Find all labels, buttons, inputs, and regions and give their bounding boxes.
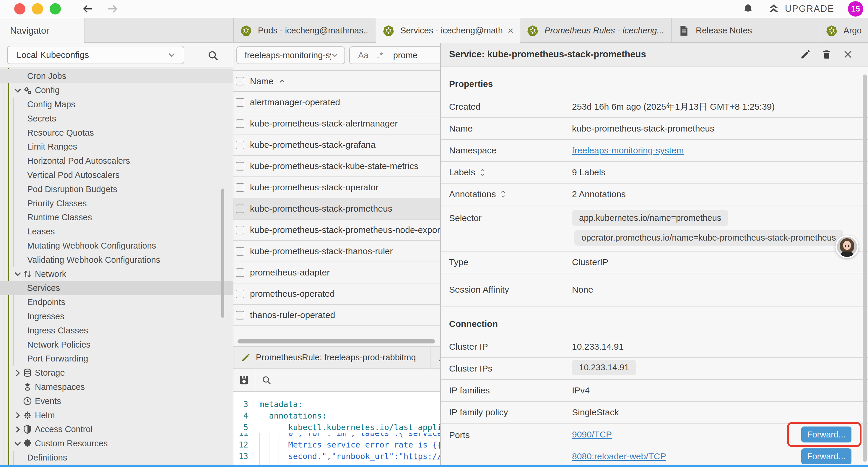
sidebar-item-namespaces[interactable]: Namespaces (0, 380, 233, 394)
table-row-8[interactable]: prometheus-adapter (234, 262, 440, 284)
sidebar-item-vertical-pod-autoscalers[interactable]: Vertical Pod Autoscalers (0, 168, 233, 182)
expand-collapse-icon[interactable] (500, 190, 506, 199)
sidebar-search-icon[interactable] (207, 49, 219, 62)
sidebar-item-custom-resources[interactable]: Custom Resources (0, 437, 233, 451)
sidebar-item-port-forwarding[interactable]: Port Forwarding (0, 352, 233, 366)
back-arrow-icon[interactable] (82, 3, 94, 15)
yaml-editor[interactable]: 3metadata:4annotations:5kubectl.kubernet… (234, 392, 440, 465)
tab-navigator[interactable]: Navigator (0, 18, 85, 43)
selector-chip[interactable]: operator.prometheus.io/name=kube-prometh… (574, 230, 843, 245)
edit-button[interactable] (800, 49, 811, 60)
expand-collapse-icon[interactable] (479, 168, 486, 177)
match-case-toggle[interactable]: Aa (358, 51, 368, 60)
sidebar-item-helm[interactable]: Helm (0, 408, 233, 422)
sidebar-item-ingresses[interactable]: Ingresses (0, 310, 233, 324)
table-row-4[interactable]: kube-prometheus-stack-operator (234, 177, 440, 198)
row-checkbox[interactable] (236, 162, 244, 171)
sidebar-item-validating-webhook-configurations[interactable]: Validating Webhook Configurations (0, 253, 233, 267)
chevron-right-icon[interactable] (13, 369, 23, 377)
row-checkbox[interactable] (236, 141, 244, 149)
close-window-button[interactable] (14, 3, 25, 14)
resource-search-input[interactable]: Aa .* prome (349, 47, 440, 64)
table-row-0[interactable]: alertmanager-operated (234, 92, 440, 113)
table-row-3[interactable]: kube-prometheus-stack-kube-state-metrics (234, 156, 440, 177)
delete-button[interactable] (821, 49, 832, 60)
close-button[interactable] (843, 49, 853, 60)
zoom-window-button[interactable] (50, 3, 61, 14)
bell-icon[interactable] (742, 3, 754, 15)
close-tab-icon[interactable]: × (507, 25, 514, 36)
sidebar-scrollbar-thumb[interactable] (221, 188, 224, 318)
sidebar-item-events[interactable]: Events (0, 394, 233, 408)
upgrade-button[interactable]: UPGRADE (767, 3, 834, 15)
user-avatar[interactable] (836, 235, 859, 258)
minimize-window-button[interactable] (32, 3, 43, 14)
sidebar-item-services[interactable]: Services (0, 281, 233, 295)
sidebar-item-resource-quotas[interactable]: Resource Quotas (0, 126, 233, 140)
sidebar-item-priority-classes[interactable]: Priority Classes (0, 196, 233, 210)
table-row-7[interactable]: kube-prometheus-stack-thanos-ruler (234, 241, 440, 262)
table-row-6[interactable]: kube-prometheus-stack-prometheus-node-ex… (234, 220, 440, 241)
editor-tab-1[interactable] (430, 347, 440, 368)
selector-chip[interactable]: app.kubernetes.io/name=prometheus (572, 210, 728, 226)
port-link-8080-reloader-web-tcp[interactable]: 8080:reloader-web/TCP (572, 451, 666, 461)
kubeconfig-selector[interactable]: Local Kubeconfigs (7, 46, 184, 64)
sidebar-item-secrets[interactable]: Secrets (0, 111, 233, 126)
sidebar-item-limit-ranges[interactable]: Limit Ranges (0, 140, 233, 154)
sidebar-item-horizontal-pod-autoscalers[interactable]: Horizontal Pod Autoscalers (0, 154, 233, 168)
tab-prometheus-rules-icecheng[interactable]: Prometheus Rules - icecheng... × (520, 18, 672, 43)
sidebar-item-network[interactable]: Network (0, 267, 233, 281)
namespace-link[interactable]: freeleaps-monitoring-system (572, 145, 684, 155)
forward-button[interactable]: Forward... (801, 427, 851, 442)
chevron-down-icon[interactable] (13, 440, 23, 447)
select-all-checkbox[interactable] (236, 77, 244, 85)
row-checkbox[interactable] (236, 183, 244, 192)
tab-services-icecheng-math[interactable]: Services - icecheng@math... × (376, 18, 520, 43)
name-column-header[interactable]: Name (250, 71, 285, 91)
editor-search-icon[interactable] (261, 375, 272, 385)
sidebar-item-mutating-webhook-configurations[interactable]: Mutating Webhook Configurations (0, 239, 233, 253)
namespace-filter-select[interactable]: freeleaps-monitoring-system (236, 47, 345, 64)
tab-pods-icecheng-mathmas[interactable]: Pods - icecheng@mathmas... × (234, 18, 376, 43)
chevron-right-icon[interactable] (13, 426, 23, 433)
chevron-right-icon[interactable] (13, 411, 23, 419)
regex-toggle[interactable]: .* (377, 51, 383, 60)
horizontal-scrollbar-thumb[interactable] (238, 339, 435, 344)
row-checkbox[interactable] (236, 247, 244, 256)
table-row-9[interactable]: prometheus-operated (234, 284, 440, 305)
sidebar-item-ingress-classes[interactable]: Ingress Classes (0, 323, 233, 338)
row-checkbox[interactable] (236, 205, 244, 213)
forward-button[interactable]: Forward... (801, 448, 851, 464)
editor-tab-prometheusrule-freeleaps-prod-rabbitmq[interactable]: PrometheusRule: freeleaps-prod-rabbitmq (234, 347, 430, 368)
sidebar-item-storage[interactable]: Storage (0, 366, 233, 380)
chevron-down-icon[interactable] (13, 87, 23, 94)
sidebar-item-network-policies[interactable]: Network Policies (0, 338, 233, 352)
table-row-1[interactable]: kube-prometheus-stack-alertmanager (234, 113, 440, 135)
chevron-down-icon[interactable] (13, 270, 23, 278)
sidebar-item-definitions[interactable]: Definitions (0, 451, 233, 465)
sidebar-item-config[interactable]: Config (0, 83, 233, 97)
forward-arrow-icon[interactable] (106, 3, 119, 15)
cluster-ip-chip[interactable]: 10.233.14.91 (572, 360, 636, 375)
sidebar-item-runtime-classes[interactable]: Runtime Classes (0, 210, 233, 225)
table-row-5[interactable]: kube-prometheus-stack-prometheus (234, 198, 440, 220)
sidebar-item-access-control[interactable]: Access Control (0, 422, 233, 437)
sidebar-item-pod-disruption-budgets[interactable]: Pod Disruption Budgets (0, 182, 233, 196)
tab-release-notes[interactable]: Release Notes × (672, 18, 819, 43)
save-icon[interactable] (238, 374, 250, 386)
tab-argo-se[interactable]: Argo Se × (819, 18, 868, 43)
row-checkbox[interactable] (236, 268, 244, 277)
sidebar-item-cron-jobs[interactable]: Cron Jobs (0, 69, 233, 83)
table-row-2[interactable]: kube-prometheus-stack-grafana (234, 135, 440, 156)
port-link-9090-tcp[interactable]: 9090/TCP (572, 430, 612, 439)
row-checkbox[interactable] (236, 290, 244, 298)
row-checkbox[interactable] (236, 311, 244, 320)
notification-count-badge[interactable]: 15 (848, 1, 863, 17)
row-checkbox[interactable] (236, 119, 244, 128)
drawer-scrollbar-thumb[interactable] (863, 75, 867, 462)
sidebar-item-endpoints[interactable]: Endpoints (0, 295, 233, 310)
sidebar-item-leases[interactable]: Leases (0, 225, 233, 239)
sidebar-item-config-maps[interactable]: Config Maps (0, 97, 233, 112)
row-checkbox[interactable] (236, 226, 244, 234)
table-row-10[interactable]: thanos-ruler-operated (234, 305, 440, 326)
